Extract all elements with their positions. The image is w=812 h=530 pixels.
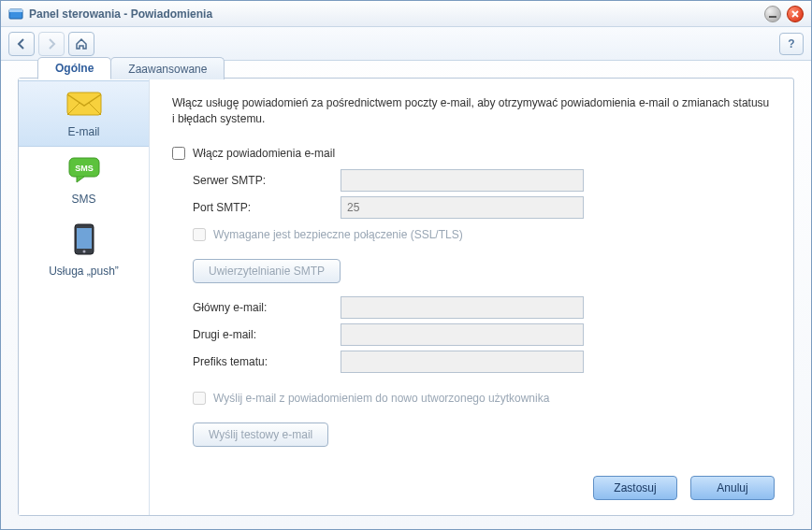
second-email-input[interactable] [341,323,584,346]
ssl-checkbox[interactable] [193,228,206,241]
close-button[interactable] [787,6,804,22]
svg-rect-2 [769,16,776,18]
notify-new-user-checkbox[interactable] [193,392,206,405]
sidebar-item-label: Usługa „push” [22,265,145,278]
sms-icon: SMS [67,156,101,187]
second-email-label: Drugi e-mail: [193,328,341,341]
svg-text:SMS: SMS [75,164,94,173]
svg-point-8 [82,251,85,253]
smtp-server-input[interactable] [341,169,584,192]
mobile-icon [73,222,95,259]
svg-rect-7 [77,228,92,249]
forward-button[interactable] [38,32,65,56]
apply-button[interactable]: Zastosuj [593,476,677,500]
help-button[interactable]: ? [779,33,804,55]
smtp-port-label: Port SMTP: [193,201,341,214]
intro-text: Włącz usługę powiadomień za pośrednictwe… [172,95,775,128]
primary-email-label: Główny e-mail: [193,301,341,314]
svg-rect-1 [9,9,22,12]
home-button[interactable] [68,32,94,56]
smtp-server-label: Serwer SMTP: [193,174,341,187]
back-button[interactable] [8,32,35,56]
send-test-email-button[interactable]: Wyślij testowy e-mail [193,423,328,447]
sidebar-item-label: SMS [22,193,145,206]
primary-email-input[interactable] [341,296,584,319]
minimize-button[interactable] [764,6,781,22]
window-title: Panel sterowania - Powiadomienia [29,7,212,21]
subject-prefix-label: Prefiks tematu: [193,355,341,368]
mail-icon [65,91,103,120]
tab-general[interactable]: Ogólne [37,57,111,79]
tab-general-label: Ogólne [55,62,94,75]
cancel-button[interactable]: Anuluj [690,476,775,500]
sidebar: E-mail SMS SMS Usługa „push” [19,79,150,515]
titlebar: Panel sterowania - Powiadomienia [1,1,811,27]
svg-rect-3 [67,93,101,115]
enable-email-label: Włącz powiadomienia e-mail [193,147,335,160]
footer-buttons: Zastosuj Anuluj [593,476,775,500]
sidebar-item-label: E-mail [22,125,145,138]
sidebar-item-sms[interactable]: SMS SMS [19,147,149,213]
sidebar-item-email[interactable]: E-mail [19,80,149,147]
main-panel: Włącz usługę powiadomień za pośrednictwe… [150,79,793,515]
enable-email-checkbox[interactable] [172,147,185,160]
window-icon [8,7,23,21]
tab-advanced-label: Zaawansowane [128,63,207,76]
sidebar-item-push[interactable]: Usługa „push” [19,213,149,285]
subject-prefix-input[interactable] [341,351,584,373]
tab-advanced[interactable]: Zaawansowane [110,57,225,79]
toolbar: ? [1,27,811,61]
smtp-port-input[interactable] [341,196,584,219]
tab-strip: Ogólne Zaawansowane [37,57,224,79]
content-panel: Ogólne Zaawansowane E-mail SMS SMS [18,78,794,516]
help-icon: ? [788,37,794,50]
ssl-label: Wymagane jest bezpieczne połączenie (SSL… [213,228,463,241]
notify-new-user-label: Wyślij e-mail z powiadomieniem do nowo u… [213,392,549,405]
smtp-auth-button[interactable]: Uwierzytelnianie SMTP [193,259,341,283]
control-panel-window: Panel sterowania - Powiadomienia ? Ogóln… [0,0,812,530]
